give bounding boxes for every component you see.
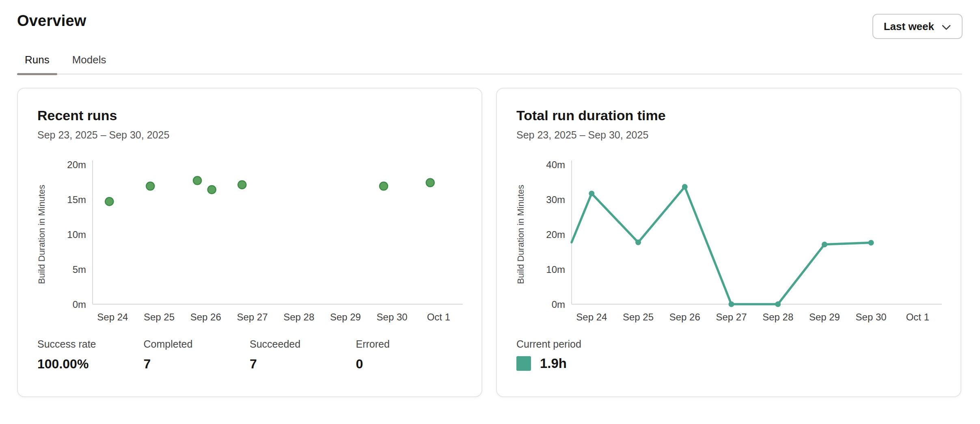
date-range: Sep 23, 2025 – Sep 30, 2025: [37, 129, 462, 141]
recent-runs-scatter-chart: 0m5m10m15m20mSep 24Sep 25Sep 26Sep 27Sep…: [37, 157, 463, 328]
svg-text:Sep 24: Sep 24: [576, 312, 607, 322]
svg-text:15m: 15m: [67, 194, 86, 205]
chart-legend: Current period 1.9h: [516, 338, 941, 371]
stat-value: 0: [356, 357, 462, 372]
svg-text:0m: 0m: [73, 299, 86, 310]
stats-row: Success rate 100.00% Completed 7 Succeed…: [37, 338, 462, 372]
recent-runs-card: Recent runs Sep 23, 2025 – Sep 30, 2025 …: [17, 88, 482, 397]
svg-text:10m: 10m: [67, 229, 86, 240]
card-title: Recent runs: [37, 106, 462, 124]
svg-text:0m: 0m: [552, 299, 565, 310]
svg-text:Sep 30: Sep 30: [856, 312, 887, 322]
legend-row: 1.9h: [516, 356, 941, 371]
svg-text:5m: 5m: [73, 264, 86, 275]
svg-text:Oct 1: Oct 1: [427, 312, 450, 322]
overview-page: Overview Last week Runs Models Recent ru…: [0, 0, 980, 424]
stat-errored: Errored 0: [356, 338, 462, 372]
tab-models-label: Models: [72, 54, 106, 66]
legend-label: Current period: [516, 338, 941, 350]
period-selector-value: Last week: [884, 20, 934, 33]
stat-value: 7: [250, 357, 356, 372]
stat-label: Completed: [144, 338, 250, 350]
period-selector[interactable]: Last week: [872, 14, 963, 39]
svg-text:Sep 27: Sep 27: [237, 312, 268, 322]
tabs: Runs Models: [17, 51, 962, 75]
tab-runs-label: Runs: [25, 54, 50, 66]
svg-text:Sep 25: Sep 25: [623, 312, 654, 322]
page-title: Overview: [17, 12, 86, 30]
svg-text:20m: 20m: [67, 159, 86, 170]
stat-value: 7: [144, 357, 250, 372]
legend-swatch: [516, 356, 531, 371]
cards-row: Recent runs Sep 23, 2025 – Sep 30, 2025 …: [0, 75, 980, 397]
stat-label: Errored: [356, 338, 462, 350]
tab-runs[interactable]: Runs: [17, 51, 57, 74]
date-range: Sep 23, 2025 – Sep 30, 2025: [516, 129, 941, 141]
svg-text:Sep 24: Sep 24: [97, 312, 128, 322]
tab-models[interactable]: Models: [65, 51, 114, 74]
legend-value: 1.9h: [540, 356, 567, 371]
card-title: Total run duration time: [516, 106, 941, 124]
svg-text:40m: 40m: [546, 159, 565, 170]
stat-label: Success rate: [37, 338, 144, 350]
chevron-down-icon: [941, 21, 951, 33]
svg-text:Sep 26: Sep 26: [669, 312, 700, 322]
stat-succeeded: Succeeded 7: [250, 338, 356, 372]
stat-success-rate: Success rate 100.00%: [37, 338, 144, 372]
svg-text:Sep 28: Sep 28: [283, 312, 314, 322]
stat-label: Succeeded: [250, 338, 356, 350]
svg-text:Sep 29: Sep 29: [330, 312, 361, 322]
total-run-duration-line-chart: 0m10m20m30m40mSep 24Sep 25Sep 26Sep 27Se…: [516, 157, 942, 328]
svg-text:Sep 30: Sep 30: [377, 312, 408, 322]
svg-text:Oct 1: Oct 1: [906, 312, 929, 322]
svg-text:Build Duration in Minutes: Build Duration in Minutes: [516, 185, 526, 284]
total-run-duration-card: Total run duration time Sep 23, 2025 – S…: [496, 88, 961, 397]
svg-text:Sep 27: Sep 27: [716, 312, 747, 322]
stat-completed: Completed 7: [144, 338, 250, 372]
svg-text:Sep 28: Sep 28: [762, 312, 793, 322]
stat-value: 100.00%: [37, 357, 144, 372]
page-header: Overview Last week: [0, 0, 980, 39]
svg-text:Sep 25: Sep 25: [144, 312, 175, 322]
svg-text:Sep 29: Sep 29: [809, 312, 840, 322]
svg-text:Build Duration in Minutes: Build Duration in Minutes: [37, 185, 47, 284]
svg-text:Sep 26: Sep 26: [190, 312, 221, 322]
svg-text:30m: 30m: [546, 194, 565, 205]
svg-text:20m: 20m: [546, 229, 565, 240]
svg-text:10m: 10m: [546, 264, 565, 275]
